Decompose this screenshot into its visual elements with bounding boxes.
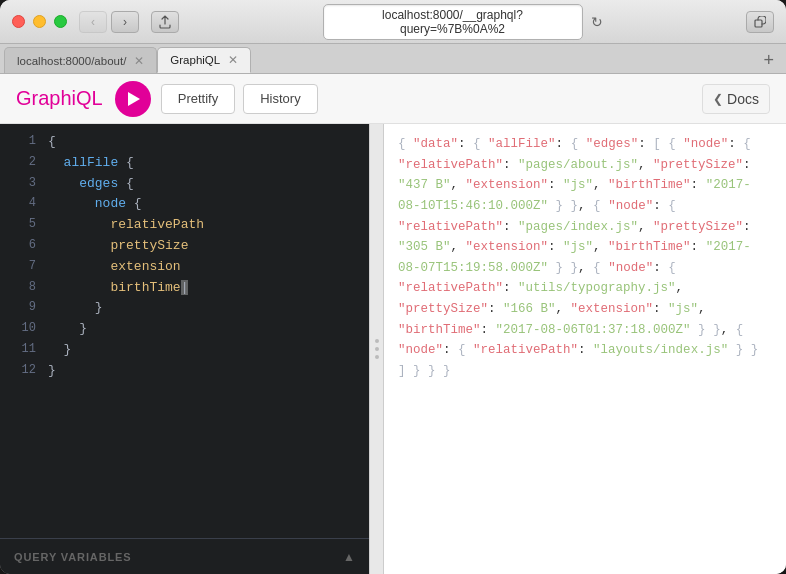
tab-about[interactable]: localhost:8000/about/ ✕ [4,47,157,73]
tab-close-icon[interactable]: ✕ [134,55,144,67]
titlebar-right [746,11,774,33]
graphiql-main: 1{2 allFile {3 edges {4 node {5 relative… [0,124,786,574]
history-button[interactable]: History [243,84,317,114]
app-window: ‹ › localhost:8000/__graphql?query=%7B%0… [0,0,786,574]
graphiql-toolbar: GraphiQL Prettify History ❮ Docs [0,74,786,124]
chevron-left-icon: ❮ [713,92,723,106]
query-line: 7 extension [0,257,369,278]
query-line: 3 edges { [0,174,369,195]
share-button[interactable] [151,11,179,33]
query-variables-bar[interactable]: QUERY VARIABLES ▲ [0,538,369,574]
query-line: 2 allFile { [0,153,369,174]
query-line: 4 node { [0,194,369,215]
query-line: 6 prettySize [0,236,369,257]
query-line: 5 relativePath [0,215,369,236]
query-line: 9 } [0,298,369,319]
result-content[interactable]: { "data": { "allFile": { "edges": [ { "n… [384,124,786,574]
new-tab-button[interactable]: + [755,47,782,73]
query-line: 12} [0,361,369,382]
share-icon-button[interactable] [746,11,774,33]
tab-graphiql[interactable]: GraphiQL ✕ [157,47,251,73]
address-bar-area: localhost:8000/__graphql?query=%7B%0A%2 … [179,4,746,40]
close-button[interactable] [12,15,25,28]
query-variables-label: QUERY VARIABLES [14,551,132,563]
maximize-button[interactable] [54,15,67,28]
query-line: 1{ [0,132,369,153]
svg-rect-0 [755,20,762,27]
reload-button[interactable]: ↻ [591,14,603,30]
minimize-button[interactable] [33,15,46,28]
back-button[interactable]: ‹ [79,11,107,33]
query-line: 8 birthTime| [0,278,369,299]
traffic-lights [12,15,67,28]
tab-close-active-icon[interactable]: ✕ [228,54,238,66]
address-bar[interactable]: localhost:8000/__graphql?query=%7B%0A%2 [323,4,583,40]
query-vars-chevron[interactable]: ▲ [343,550,355,564]
graphiql-logo: GraphiQL [16,87,103,110]
nav-buttons: ‹ › [79,11,139,33]
query-editor[interactable]: 1{2 allFile {3 edges {4 node {5 relative… [0,124,369,538]
panel-divider[interactable] [370,124,384,574]
prettify-button[interactable]: Prettify [161,84,235,114]
query-line: 11 } [0,340,369,361]
titlebar: ‹ › localhost:8000/__graphql?query=%7B%0… [0,0,786,44]
docs-button[interactable]: ❮ Docs [702,84,770,114]
run-icon [128,92,140,106]
tabbar: localhost:8000/about/ ✕ GraphiQL ✕ + [0,44,786,74]
forward-button[interactable]: › [111,11,139,33]
run-button[interactable] [115,81,151,117]
query-line: 10 } [0,319,369,340]
result-panel: { "data": { "allFile": { "edges": [ { "n… [384,124,786,574]
query-panel: 1{2 allFile {3 edges {4 node {5 relative… [0,124,370,574]
